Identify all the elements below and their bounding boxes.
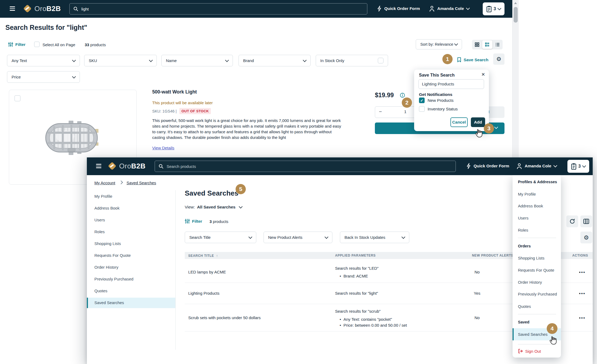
sidebar-item-quotes[interactable]: Quotes	[94, 289, 107, 293]
scrollbar-thumb[interactable]	[514, 7, 518, 23]
product-checkbox[interactable]	[15, 95, 20, 101]
grid-settings-button[interactable]: ⚙	[493, 53, 504, 65]
chevron-down-icon[interactable]	[494, 125, 498, 129]
new-products-checkbox[interactable]	[419, 98, 425, 103]
user-menu-trigger[interactable]: Amanda Cole	[429, 6, 469, 12]
search-input[interactable]	[81, 6, 363, 12]
filter-new-product-alerts[interactable]: New Product Alerts	[264, 232, 332, 243]
quick-order-form-link[interactable]: Quick Order Form	[467, 163, 509, 169]
user-menu-trigger[interactable]: Amanda Cole	[517, 163, 557, 169]
menu-item-quotes[interactable]: Quotes	[518, 304, 531, 309]
step-badge-1: 1	[442, 54, 453, 64]
sidebar-item-requests-for-quote[interactable]: Requests For Quote	[94, 253, 131, 258]
search-name-input[interactable]	[418, 79, 484, 89]
brand-oro: Oro	[34, 5, 47, 13]
clipboard-icon	[571, 163, 576, 170]
column-header-search-title[interactable]: SEARCH TITLE ↑	[188, 254, 218, 258]
hamburger-menu-button[interactable]	[10, 5, 15, 12]
filter-sliders-icon	[185, 219, 190, 224]
filter-price[interactable]: Price	[7, 71, 80, 83]
sort-select[interactable]: Sort by: Relevance	[416, 39, 462, 49]
close-icon[interactable]: ✕	[481, 72, 485, 77]
quantity-value[interactable]: 1	[402, 109, 408, 114]
chevron-down-icon	[325, 235, 328, 239]
view-compact-button[interactable]	[492, 43, 503, 46]
view-list-button[interactable]	[482, 40, 492, 49]
view-selector[interactable]: View: All Saved Searches	[185, 205, 242, 210]
menu-item-order-history[interactable]: Order History	[518, 280, 542, 284]
row-title: LED lamps by ACME	[188, 270, 226, 274]
sort-label: Sort by:	[420, 42, 434, 46]
quick-order-form-link[interactable]: Quick Order Form	[377, 6, 420, 12]
menu-item-roles[interactable]: Roles	[518, 228, 528, 232]
refresh-button[interactable]	[566, 215, 578, 227]
cancel-button[interactable]: Cancel	[450, 117, 468, 127]
sign-out-button[interactable]: Sign Out	[518, 349, 541, 354]
grid-settings-button[interactable]: ⚙	[580, 232, 592, 243]
view-details-link[interactable]: View Details	[152, 146, 174, 150]
chevron-down-icon	[466, 6, 470, 10]
select-all-checkbox[interactable]	[34, 42, 40, 47]
shopping-list-cart-button[interactable]: 3	[567, 160, 589, 173]
breadcrumb-saved-searches[interactable]: Saved Searches	[127, 181, 156, 185]
brand-logo[interactable]: OroB2B	[107, 161, 145, 171]
add-button[interactable]: Add	[471, 117, 485, 127]
sidebar-item-my-profile[interactable]: My Profile	[94, 194, 112, 199]
search-icon	[159, 164, 163, 169]
out-of-stock-badge: OUT OF STOCK	[179, 108, 211, 114]
menu-item-requests-for-quote[interactable]: Requests For Quote	[518, 268, 554, 272]
row-alerts-value: Yes	[472, 291, 482, 295]
sidebar-item-order-history[interactable]: Order History	[94, 265, 118, 269]
view-grid-button[interactable]	[472, 42, 482, 47]
menu-item-saved-searches-label: Saved Searches	[518, 332, 548, 337]
quantity-decrease-button[interactable]: −	[379, 109, 382, 115]
menu-item-previously-purchased[interactable]: Previously Purchased	[518, 292, 557, 296]
shopping-list-cart-button[interactable]: 3	[483, 2, 504, 15]
menu-item-shopping-lists[interactable]: Shopping Lists	[518, 256, 544, 260]
search-icon	[73, 6, 78, 11]
product-image[interactable]	[44, 120, 101, 156]
row-actions-button[interactable]	[579, 315, 585, 321]
breadcrumb: My Account Saved Searches	[94, 181, 156, 185]
search-input[interactable]	[166, 164, 452, 169]
in-stock-checkbox[interactable]	[378, 58, 383, 63]
breadcrumb-my-account[interactable]: My Account	[94, 181, 115, 185]
save-search-label: Save Search	[464, 57, 488, 62]
hamburger-menu-button[interactable]	[96, 163, 101, 169]
filter-search-title[interactable]: Search Title	[185, 232, 256, 243]
filter-button[interactable]: Filter	[8, 42, 26, 47]
sidebar-item-previously-purchased[interactable]: Previously Purchased	[94, 277, 133, 281]
filter-brand[interactable]: Brand	[239, 55, 311, 66]
brand-b2b: B2B	[131, 162, 146, 170]
row-actions-button[interactable]	[579, 291, 585, 296]
save-search-button[interactable]: Save Search	[457, 57, 488, 62]
oro-diamond-icon	[107, 161, 117, 171]
filter-sku[interactable]: SKU	[84, 55, 157, 66]
sidebar-item-address-book[interactable]: Address Book	[94, 206, 119, 210]
sidebar-item-saved-searches[interactable]: Saved Searches	[87, 298, 175, 308]
filter-name[interactable]: Name	[161, 55, 233, 66]
row-actions-button[interactable]	[579, 270, 585, 275]
oro-diamond-icon	[23, 4, 32, 13]
product-count-suffix: products	[213, 219, 229, 224]
sidebar-item-shopping-lists[interactable]: Shopping Lists	[94, 241, 121, 246]
column-header-new-product-alerts: NEW PRODUCT ALERTS	[472, 254, 513, 257]
filter-any-text[interactable]: Any Text	[7, 55, 80, 66]
row-title: Scrub sets with pockets under 50 dollars	[188, 315, 261, 320]
refresh-icon	[569, 218, 575, 224]
sidebar-divider	[175, 190, 176, 350]
filter-sku-label: SKU	[89, 58, 97, 63]
menu-item-users[interactable]: Users	[518, 216, 528, 220]
sidebar-item-roles[interactable]: Roles	[94, 229, 105, 234]
filter-back-in-stock[interactable]: Back In Stock Updates	[340, 232, 409, 243]
chevron-down-icon	[553, 164, 557, 167]
menu-item-address-book[interactable]: Address Book	[518, 204, 543, 208]
product-name[interactable]: 500-watt Work Light	[152, 89, 197, 95]
brand-logo[interactable]: OroB2B	[23, 4, 61, 13]
inventory-status-checkbox[interactable]	[419, 106, 425, 112]
sidebar-item-users[interactable]: Users	[94, 218, 105, 222]
menu-item-my-profile[interactable]: My Profile	[518, 192, 536, 196]
filter-button[interactable]: Filter	[185, 219, 202, 224]
scrollbar-up-arrow[interactable]	[514, 2, 517, 4]
columns-button[interactable]	[580, 215, 592, 227]
